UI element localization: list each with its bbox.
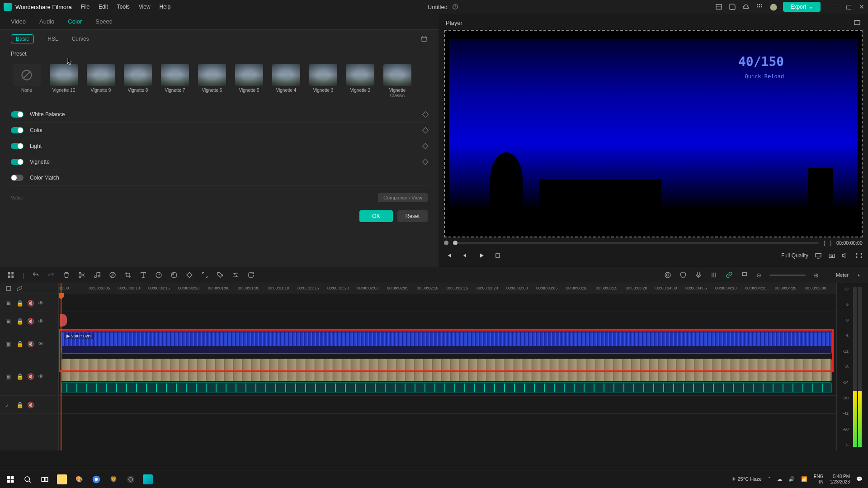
preset-vignette-6[interactable]: Vignette 6: [196, 64, 228, 99]
toggle-light[interactable]: [11, 143, 24, 149]
lock-icon[interactable]: 🔒: [16, 318, 23, 324]
video-track-icon[interactable]: ▣: [5, 341, 12, 347]
subtab-curves[interactable]: Curves: [72, 36, 89, 42]
menu-file[interactable]: File: [81, 4, 90, 10]
preset-vignette-7[interactable]: Vignette 7: [159, 64, 191, 99]
tab-speed[interactable]: Speed: [95, 18, 113, 25]
video-track-icon[interactable]: ▣: [5, 318, 12, 324]
mute-icon[interactable]: 🔇: [27, 402, 33, 408]
track-lane-2[interactable]: ▶ voice over: [59, 330, 836, 357]
weather-widget[interactable]: ☀ 25°C Haze: [731, 476, 761, 482]
doc-title[interactable]: Untitled: [428, 4, 448, 10]
eye-icon[interactable]: 👁: [38, 318, 44, 324]
adjust-icon[interactable]: [232, 271, 239, 279]
undo-icon[interactable]: [32, 271, 39, 279]
bracket-close-icon[interactable]: }: [830, 239, 832, 246]
expand-player-icon[interactable]: [854, 19, 861, 26]
keyframe-tool-icon[interactable]: [186, 271, 193, 279]
close-button[interactable]: ✕: [859, 3, 864, 10]
step-back-button[interactable]: [460, 251, 470, 261]
render-icon[interactable]: [664, 271, 671, 279]
lock-icon[interactable]: 🔒: [16, 341, 23, 347]
fullscreen-icon[interactable]: [855, 252, 863, 259]
color-icon[interactable]: [170, 271, 178, 279]
main-video-clip[interactable]: [61, 359, 832, 381]
track-lane-1[interactable]: [59, 357, 836, 396]
track-settings-icon[interactable]: [5, 285, 12, 292]
tray-clock[interactable]: 5:48 PM1/23/2023: [830, 474, 850, 485]
menu-tools[interactable]: Tools: [117, 4, 130, 10]
snapshot-icon[interactable]: [828, 252, 835, 259]
video-preview[interactable]: 40/150 Quick Reload: [444, 30, 863, 237]
preset-vignette-2[interactable]: Vignette 2: [344, 64, 376, 99]
lock-icon[interactable]: 🔒: [16, 373, 23, 379]
preset-vignette-8[interactable]: Vignette 8: [122, 64, 154, 99]
preset-vignette-3[interactable]: Vignette 3: [307, 64, 339, 99]
mask-icon[interactable]: [109, 271, 116, 279]
toolbar-grid-icon[interactable]: [7, 271, 14, 279]
audio-track-icon[interactable]: ♪: [5, 402, 12, 408]
playhead[interactable]: [61, 283, 61, 450]
mute-icon[interactable]: [842, 252, 849, 259]
track-lane-3[interactable]: [59, 312, 836, 330]
apps-icon[interactable]: [756, 3, 763, 10]
preset-none[interactable]: None: [11, 64, 42, 99]
display-icon[interactable]: [815, 252, 822, 259]
toggle-color-match[interactable]: [11, 175, 24, 181]
tray-wifi-icon[interactable]: 📶: [801, 476, 807, 482]
reset-button[interactable]: Reset: [397, 210, 428, 222]
tab-video[interactable]: Video: [11, 18, 26, 25]
autosave-icon[interactable]: [452, 4, 458, 10]
notifications-icon[interactable]: 💬: [856, 476, 863, 482]
text-icon[interactable]: [140, 271, 147, 279]
crop-icon[interactable]: [124, 271, 132, 279]
meter-label[interactable]: Meter: [836, 272, 849, 278]
marker-icon[interactable]: [741, 271, 748, 279]
prev-frame-button[interactable]: [444, 251, 454, 261]
mute-icon[interactable]: 🔇: [27, 373, 33, 379]
toggle-vignette[interactable]: [11, 159, 24, 165]
section-color-match[interactable]: Color Match: [11, 170, 428, 186]
lock-icon[interactable]: 🔒: [16, 300, 23, 306]
tray-lang[interactable]: ENGIN: [814, 474, 824, 485]
eye-icon[interactable]: 👁: [38, 300, 44, 306]
bracket-open-icon[interactable]: {: [823, 239, 825, 246]
main-audio-clip[interactable]: [61, 382, 832, 393]
obs-icon[interactable]: [126, 474, 136, 484]
menu-edit[interactable]: Edit: [99, 4, 108, 10]
link-icon[interactable]: [726, 271, 733, 279]
speed-icon[interactable]: [155, 271, 162, 279]
section-light[interactable]: Light: [11, 138, 428, 154]
minimize-button[interactable]: ─: [834, 3, 839, 10]
quality-label[interactable]: Full Quality: [781, 252, 808, 259]
preset-vignette-9[interactable]: Vignette 9: [85, 64, 117, 99]
chrome-icon[interactable]: [91, 474, 101, 484]
voice-over-clip[interactable]: ▶ voice over: [61, 331, 832, 354]
keyframe-icon[interactable]: [422, 159, 429, 165]
play-button[interactable]: [476, 251, 486, 261]
meter-chevron-icon[interactable]: ▲: [857, 273, 861, 277]
stop-button[interactable]: [493, 251, 503, 261]
zoom-out-icon[interactable]: ⊖: [756, 272, 761, 279]
track-lane-audio[interactable]: [59, 396, 836, 414]
delete-icon[interactable]: [63, 271, 70, 279]
mixer-icon[interactable]: [710, 271, 717, 279]
preset-vignette-4[interactable]: Vignette 4: [270, 64, 302, 99]
preset-vignette-5[interactable]: Vignette 5: [233, 64, 265, 99]
tag-icon[interactable]: [217, 271, 224, 279]
filmora-taskbar-icon[interactable]: [143, 474, 153, 484]
mute-icon[interactable]: 🔇: [27, 300, 33, 306]
tracks-area[interactable]: 00:0000:00:00:0500:00:00:1000:00:00:1500…: [59, 283, 836, 450]
link-track-icon[interactable]: [16, 285, 23, 292]
avatar-icon[interactable]: [769, 3, 777, 10]
refresh-icon[interactable]: [247, 271, 255, 279]
mute-icon[interactable]: 🔇: [27, 318, 33, 324]
tray-cloud-icon[interactable]: ☁: [777, 476, 782, 482]
search-icon[interactable]: [23, 474, 33, 484]
scrub-dot-icon[interactable]: [444, 241, 448, 245]
layout-icon[interactable]: [715, 3, 722, 10]
tab-audio[interactable]: Audio: [39, 18, 54, 25]
eye-icon[interactable]: 👁: [38, 373, 44, 379]
subtab-basic[interactable]: Basic: [11, 34, 34, 43]
toggle-color[interactable]: [11, 127, 24, 133]
